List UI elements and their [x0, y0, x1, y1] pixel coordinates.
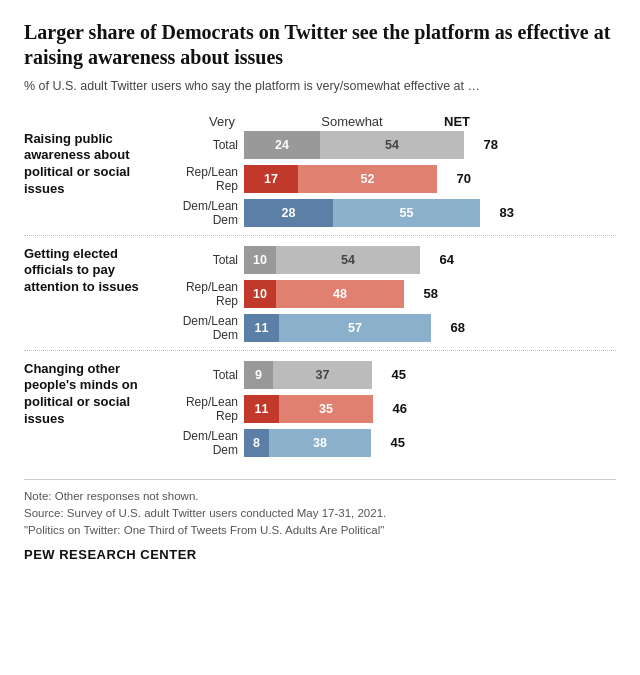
column-headers: Very Somewhat NET — [172, 114, 616, 129]
awareness-total-net: 78 — [468, 137, 498, 152]
officials-dem-label: Dem/Lean Dem — [172, 314, 244, 342]
section-minds: Changing other people's minds on politic… — [24, 350, 616, 465]
minds-rep-bar-somewhat: 35 — [279, 395, 373, 423]
awareness-rep: Rep/Lean Rep175270 — [172, 165, 616, 193]
col-header-net: NET — [432, 114, 482, 129]
officials-rep-bar-very: 10 — [244, 280, 276, 308]
awareness-total-label: Total — [172, 138, 244, 152]
section-officials-label: Getting elected officials to pay attenti… — [24, 246, 172, 342]
officials-total-bar-very: 10 — [244, 246, 276, 274]
section-awareness: Raising public awareness about political… — [24, 131, 616, 235]
awareness-total-bar-somewhat: 54 — [320, 131, 464, 159]
minds-total-bar-somewhat: 37 — [273, 361, 372, 389]
section-officials-rows: Total105464Rep/Lean Rep104858Dem/Lean De… — [172, 246, 616, 342]
minds-dem-bar-very: 8 — [244, 429, 269, 457]
sections-container: Raising public awareness about political… — [24, 131, 616, 465]
awareness-rep-net: 70 — [441, 171, 471, 186]
awareness-rep-label: Rep/Lean Rep — [172, 165, 244, 193]
officials-dem-net: 68 — [435, 320, 465, 335]
chart-title: Larger share of Democrats on Twitter see… — [24, 20, 616, 70]
awareness-rep-bar-very: 17 — [244, 165, 298, 193]
awareness-dem-bar-very: 28 — [244, 199, 333, 227]
awareness-total: Total245478 — [172, 131, 616, 159]
awareness-total-bars: 245478 — [244, 131, 616, 159]
footer-citation: "Politics on Twitter: One Third of Tweet… — [24, 522, 616, 539]
section-awareness-label: Raising public awareness about political… — [24, 131, 172, 227]
officials-dem: Dem/Lean Dem115768 — [172, 314, 616, 342]
minds-total-bars: 93745 — [244, 361, 616, 389]
officials-total-label: Total — [172, 253, 244, 267]
awareness-dem-bars: 285583 — [244, 199, 616, 227]
minds-total-bar-very: 9 — [244, 361, 273, 389]
awareness-dem: Dem/Lean Dem285583 — [172, 199, 616, 227]
chart-area: Very Somewhat NET Raising public awarene… — [24, 114, 616, 465]
awareness-rep-bars: 175270 — [244, 165, 616, 193]
col-header-somewhat: Somewhat — [272, 114, 432, 129]
minds-total-label: Total — [172, 368, 244, 382]
minds-dem-bar-somewhat: 38 — [269, 429, 371, 457]
officials-rep-bars: 104858 — [244, 280, 616, 308]
col-header-very: Very — [172, 114, 272, 129]
awareness-dem-label: Dem/Lean Dem — [172, 199, 244, 227]
officials-dem-bar-somewhat: 57 — [279, 314, 431, 342]
officials-total-bars: 105464 — [244, 246, 616, 274]
section-officials: Getting elected officials to pay attenti… — [24, 235, 616, 350]
awareness-total-bar-very: 24 — [244, 131, 320, 159]
officials-dem-bars: 115768 — [244, 314, 616, 342]
minds-rep-label: Rep/Lean Rep — [172, 395, 244, 423]
minds-dem-label: Dem/Lean Dem — [172, 429, 244, 457]
officials-rep: Rep/Lean Rep104858 — [172, 280, 616, 308]
minds-rep: Rep/Lean Rep113546 — [172, 395, 616, 423]
minds-dem-bars: 83845 — [244, 429, 616, 457]
section-minds-label: Changing other people's minds on politic… — [24, 361, 172, 457]
section-minds-rows: Total93745Rep/Lean Rep113546Dem/Lean Dem… — [172, 361, 616, 457]
footer-note: Note: Other responses not shown. — [24, 488, 616, 505]
officials-rep-label: Rep/Lean Rep — [172, 280, 244, 308]
minds-rep-bars: 113546 — [244, 395, 616, 423]
officials-rep-net: 58 — [408, 286, 438, 301]
pew-logo: PEW RESEARCH CENTER — [24, 545, 616, 565]
minds-total-net: 45 — [376, 367, 406, 382]
officials-total-bar-somewhat: 54 — [276, 246, 420, 274]
minds-dem-net: 45 — [375, 435, 405, 450]
officials-total-net: 64 — [424, 252, 454, 267]
officials-rep-bar-somewhat: 48 — [276, 280, 404, 308]
minds-rep-net: 46 — [377, 401, 407, 416]
awareness-dem-net: 83 — [484, 205, 514, 220]
awareness-dem-bar-somewhat: 55 — [333, 199, 480, 227]
minds-dem: Dem/Lean Dem83845 — [172, 429, 616, 457]
awareness-rep-bar-somewhat: 52 — [298, 165, 437, 193]
section-awareness-rows: Total245478Rep/Lean Rep175270Dem/Lean De… — [172, 131, 616, 227]
minds-rep-bar-very: 11 — [244, 395, 279, 423]
minds-total: Total93745 — [172, 361, 616, 389]
footer-source: Source: Survey of U.S. adult Twitter use… — [24, 505, 616, 522]
footer: Note: Other responses not shown. Source:… — [24, 479, 616, 565]
officials-total: Total105464 — [172, 246, 616, 274]
chart-subtitle: % of U.S. adult Twitter users who say th… — [24, 78, 616, 96]
officials-dem-bar-very: 11 — [244, 314, 279, 342]
